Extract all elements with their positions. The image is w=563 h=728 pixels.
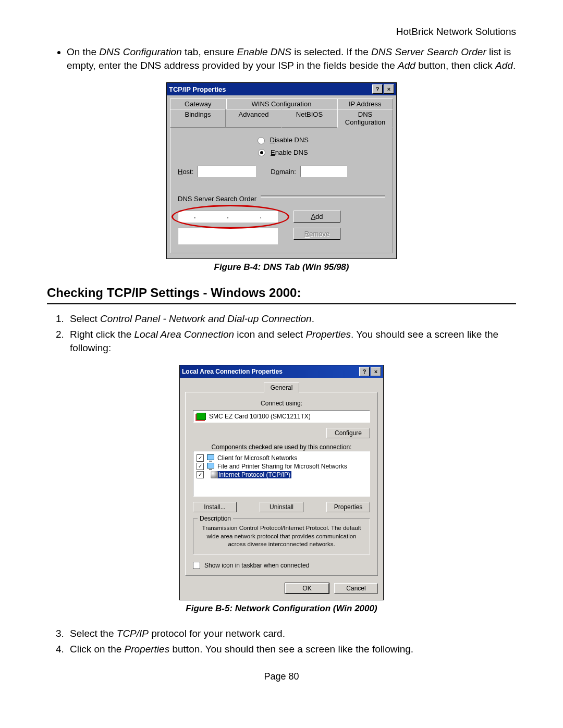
properties-button[interactable]: Properties (326, 502, 370, 512)
text: . (312, 313, 314, 324)
fileshare-icon (207, 463, 214, 470)
component-item[interactable]: File and Printer Sharing for Microsoft N… (197, 463, 366, 470)
radio-icon (258, 149, 265, 156)
checkbox-icon[interactable] (197, 454, 204, 462)
titlebar: Local Area Connection Properties ? × (180, 365, 383, 378)
step-2: Right click the Local Area Connection ic… (67, 328, 516, 354)
tab-netbios[interactable]: NetBIOS (282, 109, 337, 128)
radio-label: Enable DNS (271, 149, 308, 156)
uninstall-button[interactable]: Uninstall (260, 502, 303, 512)
text: tab, ensure (182, 46, 237, 57)
page-header: HotBrick Network Solutions (47, 26, 516, 38)
figure-b4-caption: Figure B-4: DNS Tab (Win 95/98) (47, 262, 516, 273)
description-group: Description Transmission Control Protoco… (193, 519, 370, 554)
tab-general[interactable]: General (264, 382, 300, 392)
steps-list-1: Select Control Panel - Network and Dial-… (47, 312, 516, 354)
help-button[interactable]: ? (359, 367, 370, 376)
checkbox-icon[interactable] (193, 562, 200, 569)
text: button. You should then see a screen lik… (169, 644, 413, 655)
text: DNS Server Search Order (371, 46, 486, 57)
text: Select (70, 313, 100, 324)
dialog-title: TCP/IP Properties (169, 85, 226, 93)
checkbox-icon[interactable] (197, 463, 204, 470)
host-label: Host: (178, 168, 193, 176)
close-button[interactable]: × (384, 84, 394, 94)
tab-advanced[interactable]: Advanced (226, 109, 282, 128)
adapter-name: SMC EZ Card 10/100 (SMC1211TX) (209, 413, 311, 420)
tab-ip-address[interactable]: IP Address (337, 98, 394, 109)
component-label: File and Printer Sharing for Microsoft N… (217, 463, 347, 470)
text: . (513, 60, 516, 71)
dns-server-list[interactable] (178, 228, 278, 244)
component-label-selected: Internet Protocol (TCP/IP) (217, 471, 291, 478)
radio-icon (258, 137, 265, 144)
text: Right click the (70, 329, 134, 340)
adapter-box: SMC EZ Card 10/100 (SMC1211TX) (193, 410, 370, 423)
component-item[interactable]: Client for Microsoft Networks (197, 454, 366, 462)
install-button[interactable]: Install... (193, 502, 237, 512)
text: Add (398, 60, 415, 71)
disable-dns-radio[interactable]: Disable DNS (181, 136, 385, 144)
figure-b5-caption: Figure B-5: Network Configuration (Win 2… (47, 603, 516, 614)
connect-using-label: Connect using: (193, 400, 370, 407)
divider (261, 195, 385, 198)
nic-icon (197, 413, 206, 420)
text: DNS Configuration (99, 46, 181, 57)
text: is selected. If the (291, 46, 371, 57)
tab-wins-configuration[interactable]: WINS Configuration (226, 98, 337, 109)
checkbox-icon[interactable] (197, 471, 204, 478)
dns-tab-panel: Disable DNS Enable DNS Host: Domain: DNS… (170, 127, 393, 253)
text: Properties (125, 644, 170, 655)
text: On the (67, 46, 99, 57)
domain-label: Domain: (271, 168, 296, 176)
ok-button[interactable]: OK (285, 583, 329, 594)
description-text: Transmission Control Protocol/Internet P… (199, 524, 364, 549)
text: TCP/IP (117, 628, 149, 639)
text: Select the (70, 628, 117, 639)
intro-bullet-list: On the DNS Configuration tab, ensure Ena… (47, 45, 516, 72)
text: Control Panel - Network and Dial-up Conn… (100, 313, 312, 324)
domain-input[interactable] (300, 166, 347, 177)
close-button[interactable]: × (371, 367, 381, 376)
dot: . (227, 213, 228, 219)
help-button[interactable]: ? (372, 84, 383, 94)
titlebar: TCP/IP Properties ? × (167, 83, 396, 95)
tab-dns-configuration[interactable]: DNS Configuration (337, 109, 393, 128)
component-label: Client for Microsoft Networks (217, 454, 297, 462)
configure-button[interactable]: Configure (326, 428, 370, 438)
host-input[interactable] (198, 166, 256, 177)
cancel-button[interactable]: Cancel (334, 583, 378, 594)
protocol-icon (207, 471, 214, 478)
dot: . (260, 213, 262, 219)
dns-ip-input[interactable]: . . . (178, 210, 278, 223)
radio-label: Disable DNS (270, 136, 309, 144)
dot: . (194, 213, 195, 219)
lan-properties-dialog: Local Area Connection Properties ? × Gen… (179, 365, 384, 600)
add-button[interactable]: Add (293, 211, 340, 223)
general-panel: Connect using: SMC EZ Card 10/100 (SMC12… (185, 392, 378, 576)
text: button, then click (415, 60, 495, 71)
text: Properties (305, 329, 351, 340)
checkbox-label: Show icon in taskbar when connected (204, 562, 309, 569)
tab-gateway[interactable]: Gateway (170, 98, 226, 109)
description-legend: Description (198, 515, 233, 522)
text: Local Area Connection (134, 329, 235, 340)
dialog-title: Local Area Connection Properties (182, 368, 283, 375)
text: Add (495, 60, 513, 71)
text: protocol for your network card. (149, 628, 285, 639)
text: icon and select (234, 329, 305, 340)
tab-bindings[interactable]: Bindings (170, 109, 226, 128)
step-4: Click on the Properties button. You shou… (67, 643, 516, 656)
text: Enable DNS (237, 46, 291, 57)
tcpip-properties-dialog: TCP/IP Properties ? × Gateway WINS Confi… (166, 82, 397, 259)
component-item[interactable]: Internet Protocol (TCP/IP) (197, 471, 366, 478)
section-heading: Checking TCP/IP Settings - Windows 2000: (47, 286, 516, 304)
remove-button[interactable]: Remove (293, 228, 340, 240)
components-list[interactable]: Client for Microsoft Networks File and P… (193, 451, 370, 497)
components-label: Components checked are used by this conn… (193, 443, 370, 451)
step-1: Select Control Panel - Network and Dial-… (67, 312, 516, 326)
enable-dns-radio[interactable]: Enable DNS (181, 149, 385, 157)
steps-list-2: Select the TCP/IP protocol for your netw… (47, 627, 516, 656)
show-icon-checkbox[interactable]: Show icon in taskbar when connected (193, 562, 370, 569)
page-number: Page 80 (47, 671, 516, 682)
